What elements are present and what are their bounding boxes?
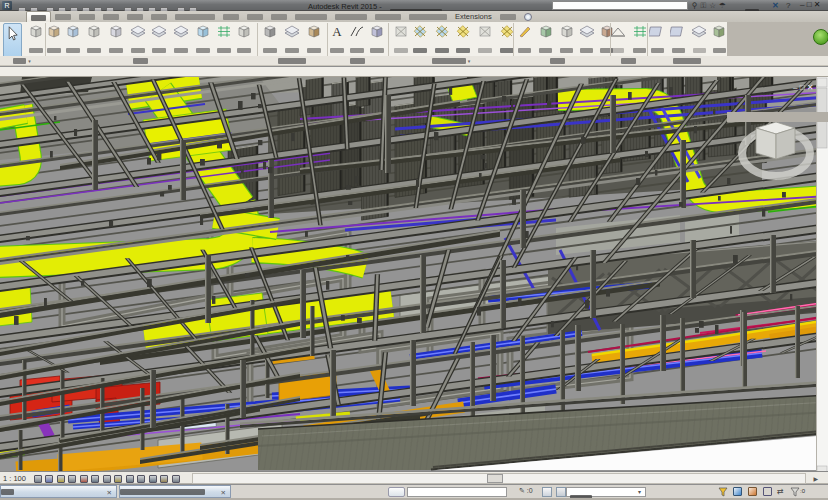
svg-text:A: A xyxy=(332,24,342,39)
svg-text:– □ ✕: – □ ✕ xyxy=(793,83,813,92)
